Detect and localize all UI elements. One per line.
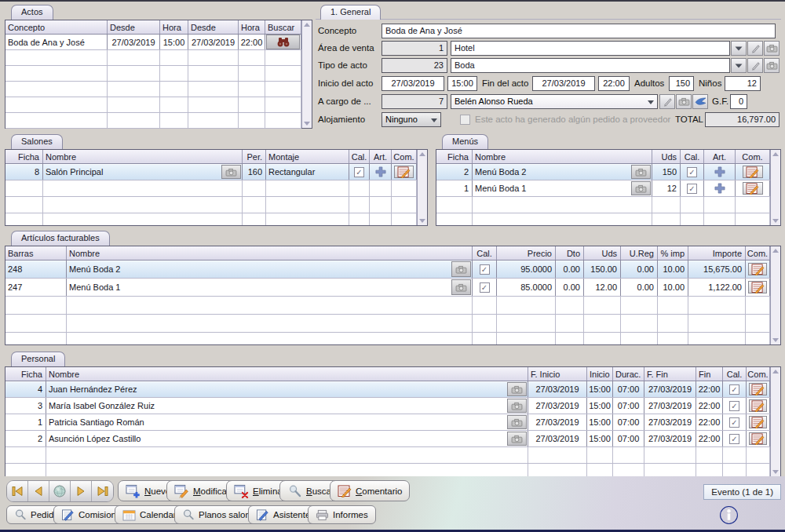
tab-articulos[interactable]: Artículos facturables (11, 231, 110, 246)
cal-checkbox[interactable] (729, 417, 739, 428)
comment-button[interactable] (748, 263, 767, 275)
cal-checkbox[interactable] (480, 282, 490, 293)
photo-button[interactable] (451, 261, 471, 277)
fin-hora-input[interactable]: 22:00 (598, 76, 630, 91)
comment-button[interactable] (749, 399, 767, 412)
cal-checkbox[interactable] (480, 264, 490, 275)
a-cargo-combobox[interactable]: Belén Alonso Rueda (451, 94, 658, 109)
info-button[interactable] (719, 505, 739, 525)
salones-scrollbar[interactable] (417, 150, 427, 225)
informes-button[interactable]: Informes (308, 505, 376, 524)
comment-button[interactable] (748, 281, 767, 293)
alojamiento-dropdown[interactable]: Ninguno (382, 112, 441, 127)
photo-button[interactable] (631, 181, 651, 195)
area-edit-button[interactable] (747, 41, 763, 56)
photo-button[interactable] (507, 415, 527, 429)
cal-checkbox[interactable] (687, 167, 697, 177)
gf-input[interactable]: 0 (730, 94, 747, 109)
previous-record-button[interactable] (28, 481, 49, 501)
tab-general[interactable]: 1. General (320, 5, 381, 20)
add-articulo-button[interactable] (714, 183, 725, 194)
area-venta-input[interactable]: Hotel (451, 41, 730, 56)
articulo-row[interactable]: 248 Menú Boda 2 95.0000 0.00 150.00 0.00… (5, 261, 770, 279)
personal-row[interactable]: 4 Juan Hernández Pérez 27/03/2019 15:00 … (5, 381, 770, 398)
comentario-button[interactable]: Comentario (330, 480, 410, 501)
globe-icon (53, 484, 67, 498)
cal-checkbox[interactable] (729, 384, 739, 395)
fin-fecha-input[interactable]: 27/03/2019 (532, 76, 595, 91)
document-pencil-icon (61, 509, 75, 521)
salon-row[interactable]: 8 Salón Principal 160 Rectangular (5, 164, 417, 180)
cal-checkbox[interactable] (729, 401, 739, 411)
area-dropdown-button[interactable] (731, 41, 747, 56)
ninos-label: Niños (699, 76, 721, 91)
tipo-edit-button[interactable] (747, 58, 763, 73)
tipo-acto-input[interactable]: Boda (451, 58, 730, 73)
refresh-button[interactable] (49, 481, 71, 501)
comment-note-icon (746, 166, 759, 178)
chevron-down-icon (648, 100, 654, 104)
personal-scrollbar[interactable] (770, 367, 780, 476)
articulo-row[interactable]: 247 Menú Boda 1 85.0000 0.00 12.00 0.00 … (5, 279, 770, 297)
inicio-fecha-input[interactable]: 27/03/2019 (382, 76, 444, 91)
cal-checkbox[interactable] (729, 434, 739, 444)
tab-salones[interactable]: Salones (11, 134, 63, 149)
ninos-input[interactable]: 12 (725, 76, 761, 91)
buscar-acto-button[interactable] (266, 35, 300, 49)
comment-button[interactable] (749, 432, 767, 445)
a-cargo-send-button[interactable] (692, 94, 708, 109)
a-cargo-code[interactable]: 7 (382, 94, 447, 109)
bottom-toolbar: Nuevo Modificar Eliminar Buscar Comentar… (0, 476, 785, 531)
photo-button[interactable] (221, 165, 241, 179)
cal-checkbox[interactable] (354, 167, 364, 177)
pedido-proveedor-checkbox[interactable] (460, 115, 470, 125)
photo-button[interactable] (507, 399, 527, 413)
comment-button[interactable] (749, 383, 767, 395)
photo-button[interactable] (507, 382, 527, 396)
comment-button[interactable] (743, 182, 763, 195)
actos-scrollbar[interactable] (301, 20, 312, 128)
comment-button[interactable] (394, 166, 414, 178)
personal-row[interactable]: 3 María Isabel González Ruiz 27/03/2019 … (5, 398, 770, 414)
magnifier-icon (14, 508, 27, 521)
menus-scrollbar[interactable] (770, 150, 780, 225)
menu-row[interactable]: 2 Menú Boda 2 150 (436, 164, 770, 180)
tab-menus[interactable]: Menús (442, 134, 488, 149)
photo-button[interactable] (507, 432, 527, 446)
comment-button[interactable] (743, 166, 763, 178)
inicio-hora-input[interactable]: 15:00 (447, 76, 477, 91)
chevron-down-icon (431, 118, 437, 122)
add-articulo-button[interactable] (714, 166, 725, 177)
personal-row[interactable]: 2 Asunción López Castillo 27/03/2019 15:… (5, 431, 770, 447)
fin-acto-label: Fin del acto (482, 76, 528, 91)
area-photo-button[interactable] (764, 41, 780, 56)
adultos-input[interactable]: 150 (669, 76, 694, 91)
a-cargo-edit-button[interactable] (659, 94, 675, 109)
empty-row (5, 333, 770, 344)
articulos-scrollbar[interactable] (770, 246, 780, 344)
add-articulo-button[interactable] (375, 166, 386, 177)
acto-row[interactable]: Boda de Ana y José 27/03/2019 15:00 27/0… (5, 35, 301, 50)
photo-button[interactable] (631, 165, 651, 179)
comment-button[interactable] (749, 416, 767, 428)
cal-checkbox[interactable] (687, 184, 697, 194)
tipo-acto-code[interactable]: 23 (382, 58, 447, 73)
magnifier-icon (182, 508, 195, 521)
photo-button[interactable] (451, 279, 471, 295)
record-counter: Evento (1 de 1) (703, 484, 781, 500)
area-venta-code[interactable]: 1 (382, 41, 447, 56)
personal-header: Ficha Nombre F. Inicio Inicio Durac. F. … (5, 367, 770, 381)
tipo-photo-button[interactable] (764, 58, 780, 73)
menu-row[interactable]: 1 Menú Boda 1 12 (436, 180, 770, 197)
first-record-button[interactable] (7, 481, 28, 501)
last-record-button[interactable] (92, 481, 113, 501)
next-record-button[interactable] (71, 481, 92, 501)
concepto-input[interactable]: Boda de Ana y José (382, 24, 776, 38)
pencil-icon (750, 60, 761, 71)
tipo-dropdown-button[interactable] (731, 58, 747, 73)
tab-personal[interactable]: Personal (11, 352, 65, 366)
tab-actos[interactable]: Actos (11, 5, 53, 20)
comment-note-icon (751, 417, 765, 428)
personal-row[interactable]: 1 Patricia Santiago Román 27/03/2019 15:… (5, 414, 770, 431)
a-cargo-photo-button[interactable] (676, 94, 692, 109)
